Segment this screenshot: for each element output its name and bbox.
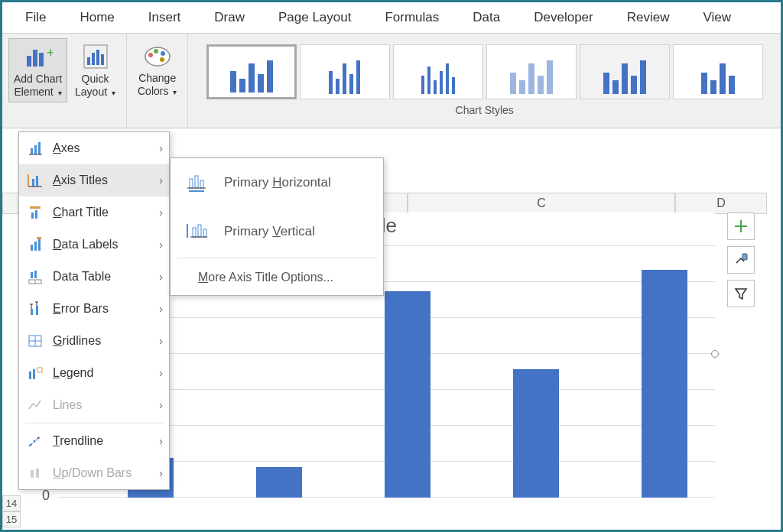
menu-trendline-label: Trendline bbox=[53, 434, 159, 448]
chevron-right-icon: › bbox=[159, 238, 163, 251]
row-header-14[interactable]: 14 bbox=[2, 495, 21, 511]
add-chart-element-button[interactable]: + Add ChartElement ▾ bbox=[8, 38, 67, 102]
primary-vertical-icon bbox=[183, 221, 210, 242]
tab-developer[interactable]: Developer bbox=[517, 2, 610, 33]
svg-rect-19 bbox=[38, 142, 41, 154]
chart-elements-button[interactable] bbox=[727, 212, 755, 240]
menu-lines: Lines › bbox=[19, 389, 169, 421]
submenu-primary-horizontal[interactable]: Primary Horizontal bbox=[171, 158, 383, 207]
menu-gridlines[interactable]: Gridlines › bbox=[19, 325, 169, 357]
chevron-right-icon: › bbox=[159, 206, 163, 219]
selection-handle[interactable] bbox=[711, 350, 719, 358]
svg-rect-7 bbox=[96, 50, 99, 65]
menu-axes[interactable]: Axes › bbox=[19, 132, 169, 164]
svg-rect-47 bbox=[37, 368, 42, 372]
primary-horizontal-icon bbox=[183, 172, 210, 193]
quick-layout-button[interactable]: QuickLayout ▾ bbox=[70, 38, 120, 102]
chevron-right-icon: › bbox=[159, 435, 163, 447]
chart-styles-button[interactable] bbox=[727, 246, 755, 274]
menu-data-labels[interactable]: Data Labels › bbox=[19, 229, 169, 261]
col-header-c[interactable]: C bbox=[408, 193, 675, 214]
chart-style-gallery bbox=[200, 38, 769, 99]
menu-separator bbox=[177, 258, 377, 258]
submenu-primary-vertical[interactable]: Primary Vertical bbox=[171, 207, 383, 256]
svg-rect-16 bbox=[742, 254, 747, 260]
submenu-more-options[interactable]: More Axis Title Options... bbox=[171, 260, 383, 295]
tab-draw[interactable]: Draw bbox=[197, 2, 262, 33]
svg-rect-54 bbox=[190, 179, 193, 188]
svg-rect-6 bbox=[92, 53, 95, 65]
svg-rect-60 bbox=[198, 225, 201, 237]
svg-rect-45 bbox=[29, 371, 31, 379]
bar-5[interactable] bbox=[642, 270, 687, 498]
svg-rect-61 bbox=[203, 229, 206, 237]
chart-style-3[interactable] bbox=[393, 44, 483, 99]
submenu-primary-vertical-label: Primary Vertical bbox=[224, 224, 315, 239]
chart-styles-label: Chart Styles bbox=[456, 99, 514, 121]
svg-rect-36 bbox=[31, 309, 33, 315]
quick-layout-label: QuickLayout ▾ bbox=[75, 73, 115, 99]
change-colors-label: ChangeColors ▾ bbox=[138, 72, 177, 98]
error-bars-icon bbox=[25, 300, 45, 317]
chart-style-6[interactable] bbox=[673, 44, 763, 99]
svg-point-12 bbox=[161, 51, 165, 56]
svg-rect-1 bbox=[33, 50, 37, 66]
svg-rect-2 bbox=[39, 53, 44, 66]
ribbon-group-change-colors: ChangeColors ▾ bbox=[127, 34, 188, 128]
chevron-right-icon: › bbox=[159, 399, 163, 411]
lines-icon bbox=[25, 397, 45, 414]
add-chart-element-menu: Axes › Axis Titles › Chart Title › Data … bbox=[18, 131, 170, 490]
svg-rect-32 bbox=[31, 272, 33, 278]
menu-trendline[interactable]: Trendline › bbox=[19, 425, 169, 457]
chevron-right-icon: › bbox=[159, 335, 163, 347]
bar-4[interactable] bbox=[513, 369, 559, 498]
svg-rect-56 bbox=[200, 180, 203, 188]
svg-text:+: + bbox=[47, 45, 53, 60]
svg-rect-18 bbox=[34, 145, 37, 154]
submenu-primary-horizontal-label: Primary Horizontal bbox=[224, 175, 331, 190]
tab-review[interactable]: Review bbox=[610, 2, 687, 33]
bar-3[interactable] bbox=[385, 291, 430, 498]
chevron-right-icon: › bbox=[159, 303, 163, 315]
change-colors-button[interactable]: ChangeColors ▾ bbox=[133, 38, 181, 101]
tab-data[interactable]: Data bbox=[456, 2, 517, 33]
quick-layout-icon bbox=[81, 42, 110, 71]
ribbon-content: + Add ChartElement ▾ QuickLayout ▾ Chang… bbox=[2, 34, 781, 128]
add-chart-element-icon: + bbox=[24, 42, 53, 71]
tab-home[interactable]: Home bbox=[63, 2, 131, 33]
menu-axis-titles[interactable]: Axis Titles › bbox=[19, 164, 169, 196]
row-headers: 14 15 bbox=[2, 495, 21, 527]
col-header-d[interactable]: D bbox=[675, 193, 767, 214]
ribbon-group-chart-styles: Chart Styles bbox=[188, 34, 781, 128]
chart-style-1[interactable] bbox=[206, 44, 297, 99]
menu-legend[interactable]: Legend › bbox=[19, 357, 169, 389]
tab-insert[interactable]: Insert bbox=[132, 2, 198, 33]
chart-style-2[interactable] bbox=[300, 44, 390, 99]
svg-rect-31 bbox=[37, 237, 41, 239]
trendline-icon bbox=[25, 433, 45, 449]
menu-chart-title[interactable]: Chart Title › bbox=[19, 196, 169, 229]
tab-page-layout[interactable]: Page Layout bbox=[262, 2, 368, 33]
chart-style-5[interactable] bbox=[580, 44, 670, 99]
svg-rect-25 bbox=[30, 206, 41, 209]
tab-formulas[interactable]: Formulas bbox=[368, 2, 456, 33]
tab-view[interactable]: View bbox=[686, 2, 748, 33]
svg-rect-46 bbox=[33, 369, 35, 379]
chart-style-4[interactable] bbox=[486, 44, 577, 99]
row-header-15[interactable]: 15 bbox=[2, 511, 21, 527]
tab-file[interactable]: File bbox=[8, 2, 63, 33]
svg-rect-55 bbox=[195, 176, 198, 188]
menu-updown-bars: Up/Down Bars › bbox=[19, 457, 169, 489]
chart-filter-button[interactable] bbox=[727, 280, 755, 307]
menu-chart-title-label: Chart Title bbox=[53, 206, 159, 219]
svg-rect-52 bbox=[31, 470, 34, 478]
y-axis-zero: 0 bbox=[42, 488, 50, 504]
add-chart-element-label: Add ChartElement ▾ bbox=[14, 73, 62, 99]
menu-error-bars[interactable]: Error Bars › bbox=[19, 293, 169, 325]
svg-rect-29 bbox=[34, 242, 37, 251]
svg-point-11 bbox=[154, 49, 158, 54]
bar-2[interactable] bbox=[256, 467, 302, 498]
menu-gridlines-label: Gridlines bbox=[53, 334, 159, 348]
svg-rect-8 bbox=[101, 54, 104, 65]
menu-data-table[interactable]: Data Table › bbox=[19, 261, 169, 293]
